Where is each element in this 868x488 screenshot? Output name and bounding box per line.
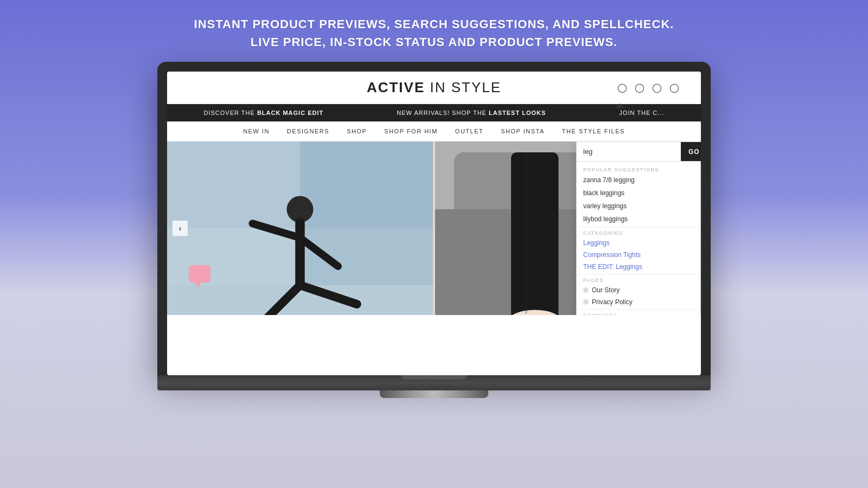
nav-item-shop[interactable]: SHOP xyxy=(347,128,367,134)
search-input[interactable] xyxy=(577,142,681,161)
location-icon[interactable]: ◯ xyxy=(635,82,644,93)
page-header: INSTANT PRODUCT PREVIEWS, SEARCH SUGGEST… xyxy=(183,0,685,62)
site-logo: ACTIVE IN STYLE xyxy=(367,79,501,96)
search-caret xyxy=(615,104,624,108)
products-section: PRODUCTS xyxy=(577,309,700,315)
suggestions-label: POPULAR SUGGESTIONS xyxy=(577,165,700,174)
suggestion-item-1[interactable]: zanna 7/8 legging xyxy=(577,174,700,187)
nav-item-shop-insta[interactable]: SHOP INSTA xyxy=(501,128,545,134)
hero-area: ‹ › GO POPULAR SUGGESTIONS zanna 7/8 leg… xyxy=(167,142,701,315)
logo-bold: ACTIVE xyxy=(367,79,425,95)
nav-item-outlet[interactable]: OUTLET xyxy=(455,128,483,134)
headline-line2: LIVE PRICE, IN-STOCK STATUS AND PRODUCT … xyxy=(251,35,617,49)
headline-line1: INSTANT PRODUCT PREVIEWS, SEARCH SUGGEST… xyxy=(194,17,674,31)
pages-section: PAGES Our Story Privacy Policy xyxy=(577,274,700,309)
promo-item-1: DISCOVER THE BLACK MAGIC EDIT xyxy=(204,110,324,116)
suggestions-section: POPULAR SUGGESTIONS zanna 7/8 legging bl… xyxy=(577,162,700,227)
nav-item-designers[interactable]: DESIGNERS xyxy=(287,128,329,134)
page-link-label-1: Our Story xyxy=(592,286,620,294)
suggestion-item-2[interactable]: black leggings xyxy=(577,187,700,200)
nav-item-style-files[interactable]: THE STYLE FILES xyxy=(562,128,625,134)
logo-rest: IN STYLE xyxy=(425,79,501,95)
laptop-wrapper: ACTIVE IN STYLE ◯ ◯ ◯ ◯ DISCOVER THE BLA… xyxy=(157,62,711,398)
site-header: ACTIVE IN STYLE ◯ ◯ ◯ ◯ xyxy=(167,72,701,104)
search-input-row: GO xyxy=(577,142,700,162)
nav-item-shop-for-him[interactable]: SHOP FOR HIM xyxy=(384,128,437,134)
page-link-label-2: Privacy Policy xyxy=(592,298,633,306)
categories-label: CATEGORIES xyxy=(577,228,700,237)
page-link-privacy-policy[interactable]: Privacy Policy xyxy=(577,296,700,308)
hero-image-left xyxy=(167,142,433,315)
suggestion-item-3[interactable]: varley leggings xyxy=(577,200,700,213)
suggestion-item-4[interactable]: lilybod leggings xyxy=(577,213,700,226)
search-dropdown: GO POPULAR SUGGESTIONS zanna 7/8 legging… xyxy=(576,142,701,315)
laptop-screen: ACTIVE IN STYLE ◯ ◯ ◯ ◯ DISCOVER THE BLA… xyxy=(167,72,701,375)
page-link-our-story[interactable]: Our Story xyxy=(577,284,700,296)
chat-bubble xyxy=(189,265,210,282)
site-icons: ◯ ◯ ◯ ◯ xyxy=(617,82,679,93)
svg-rect-3 xyxy=(300,142,433,285)
promo-item-2: NEW ARRIVALS! SHOP THE LASTEST LOOKS xyxy=(397,110,546,116)
laptop-stand xyxy=(380,390,488,398)
products-label: PRODUCTS xyxy=(577,311,700,315)
svg-rect-14 xyxy=(511,152,559,315)
page-dot-icon xyxy=(583,287,589,293)
promo-item-3: JOIN THE C... xyxy=(619,110,664,116)
user-icon[interactable]: ◯ xyxy=(617,82,627,93)
cart-icon[interactable]: ◯ xyxy=(669,82,679,93)
search-go-button[interactable]: GO xyxy=(681,142,701,161)
prev-arrow[interactable]: ‹ xyxy=(173,221,188,236)
category-edit-leggings[interactable]: THE EDIT: Leggings xyxy=(577,261,700,273)
category-compression-tights[interactable]: Compression Tights xyxy=(577,249,700,261)
laptop-base xyxy=(157,375,711,390)
pages-label: PAGES xyxy=(577,275,700,284)
page-dot-icon-2 xyxy=(583,299,589,305)
categories-section: CATEGORIES Leggings Compression Tights T… xyxy=(577,227,700,274)
main-nav: NEW IN DESIGNERS SHOP SHOP FOR HIM OUTLE… xyxy=(167,121,701,142)
nav-item-new-in[interactable]: NEW IN xyxy=(243,128,270,134)
svg-rect-2 xyxy=(167,142,300,285)
search-icon[interactable]: ◯ xyxy=(652,82,662,93)
laptop-body: ACTIVE IN STYLE ◯ ◯ ◯ ◯ DISCOVER THE BLA… xyxy=(157,62,711,375)
category-leggings[interactable]: Leggings xyxy=(577,237,700,249)
